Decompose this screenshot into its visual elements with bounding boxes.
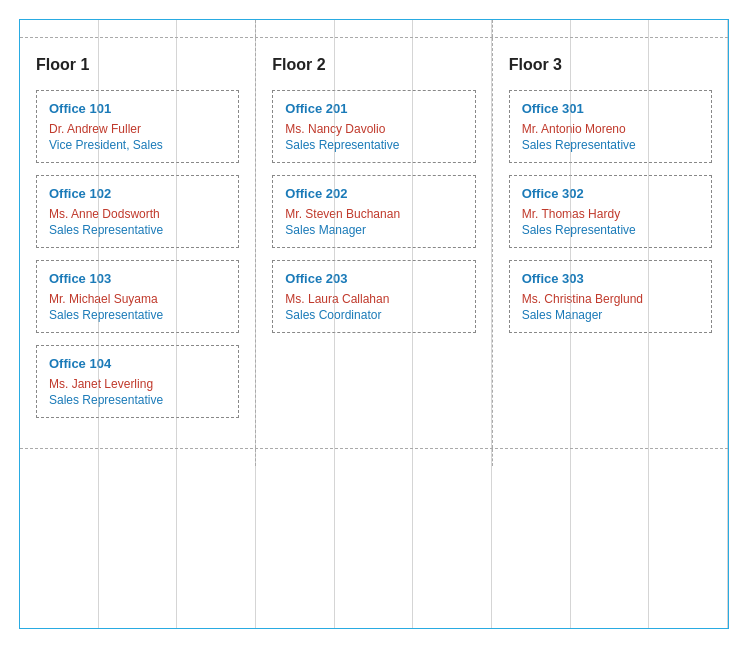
office-role-office302: Sales Representative <box>522 223 699 237</box>
office-title-office303: Office 303 <box>522 271 699 286</box>
floor-header-1: Floor 1 <box>36 56 239 74</box>
office-person-office201: Ms. Nancy Davolio <box>285 122 462 136</box>
office-role-office303: Sales Manager <box>522 308 699 322</box>
bottom-cell-1 <box>20 449 256 466</box>
office-person-office104: Ms. Janet Leverling <box>49 377 226 391</box>
office-person-office302: Mr. Thomas Hardy <box>522 207 699 221</box>
office-role-office203: Sales Coordinator <box>285 308 462 322</box>
office-person-office301: Mr. Antonio Moreno <box>522 122 699 136</box>
office-title-office301: Office 301 <box>522 101 699 116</box>
office-person-office202: Mr. Steven Buchanan <box>285 207 462 221</box>
office-person-office103: Mr. Michael Suyama <box>49 292 226 306</box>
office-card-office303: Office 303Ms. Christina BerglundSales Ma… <box>509 260 712 333</box>
top-cell-1 <box>20 20 256 37</box>
office-card-office301: Office 301Mr. Antonio MorenoSales Repres… <box>509 90 712 163</box>
top-cell-2 <box>256 20 492 37</box>
office-card-office103: Office 103Mr. Michael SuyamaSales Repres… <box>36 260 239 333</box>
office-title-office102: Office 102 <box>49 186 226 201</box>
office-role-office103: Sales Representative <box>49 308 226 322</box>
office-card-office302: Office 302Mr. Thomas HardySales Represen… <box>509 175 712 248</box>
top-cell-3 <box>493 20 728 37</box>
bottom-cell-3 <box>493 449 728 466</box>
office-card-office203: Office 203Ms. Laura CallahanSales Coordi… <box>272 260 475 333</box>
office-card-office102: Office 102Ms. Anne DodsworthSales Repres… <box>36 175 239 248</box>
floor-column-1: Floor 1Office 101Dr. Andrew FullerVice P… <box>20 38 256 448</box>
bottom-cell-2 <box>256 449 492 466</box>
bottom-strip <box>20 448 728 466</box>
office-title-office201: Office 201 <box>285 101 462 116</box>
office-card-office104: Office 104Ms. Janet LeverlingSales Repre… <box>36 345 239 418</box>
office-person-office102: Ms. Anne Dodsworth <box>49 207 226 221</box>
office-title-office101: Office 101 <box>49 101 226 116</box>
floor-header-2: Floor 2 <box>272 56 475 74</box>
office-title-office104: Office 104 <box>49 356 226 371</box>
columns-area: Floor 1Office 101Dr. Andrew FullerVice P… <box>20 38 728 448</box>
office-title-office103: Office 103 <box>49 271 226 286</box>
top-strip <box>20 20 728 38</box>
office-person-office101: Dr. Andrew Fuller <box>49 122 226 136</box>
main-container: Floor 1Office 101Dr. Andrew FullerVice P… <box>19 19 729 629</box>
office-role-office104: Sales Representative <box>49 393 226 407</box>
office-role-office102: Sales Representative <box>49 223 226 237</box>
office-card-office202: Office 202Mr. Steven BuchananSales Manag… <box>272 175 475 248</box>
office-title-office203: Office 203 <box>285 271 462 286</box>
office-person-office203: Ms. Laura Callahan <box>285 292 462 306</box>
office-title-office302: Office 302 <box>522 186 699 201</box>
office-person-office303: Ms. Christina Berglund <box>522 292 699 306</box>
office-title-office202: Office 202 <box>285 186 462 201</box>
office-role-office201: Sales Representative <box>285 138 462 152</box>
office-role-office202: Sales Manager <box>285 223 462 237</box>
floor-column-2: Floor 2Office 201Ms. Nancy DavolioSales … <box>256 38 492 448</box>
office-role-office301: Sales Representative <box>522 138 699 152</box>
office-card-office201: Office 201Ms. Nancy DavolioSales Represe… <box>272 90 475 163</box>
office-role-office101: Vice President, Sales <box>49 138 226 152</box>
floor-column-3: Floor 3Office 301Mr. Antonio MorenoSales… <box>493 38 728 448</box>
floor-header-3: Floor 3 <box>509 56 712 74</box>
office-card-office101: Office 101Dr. Andrew FullerVice Presiden… <box>36 90 239 163</box>
